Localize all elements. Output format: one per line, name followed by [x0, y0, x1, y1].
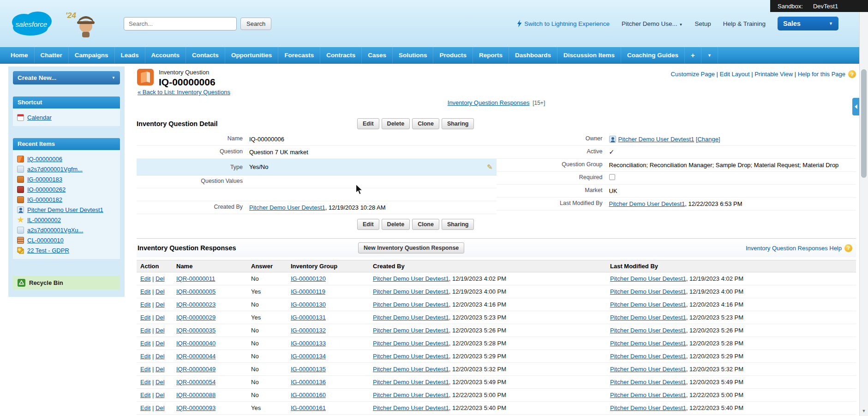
recent-item-link[interactable]: IG-00000182	[27, 196, 62, 203]
user-link[interactable]: Pitcher Demo User Devtest1	[373, 392, 449, 398]
user-link[interactable]: Pitcher Demo User Devtest1	[610, 340, 686, 347]
column-header-created-by[interactable]: Created By	[369, 260, 606, 272]
recent-item-link[interactable]: a2s7d000001Vgfm...	[27, 166, 83, 173]
tab-campaigns[interactable]: Campaigns	[69, 47, 115, 63]
user-link[interactable]: Pitcher Demo User Devtest1	[610, 379, 686, 386]
tab-cases[interactable]: Cases	[362, 47, 393, 63]
clone-button[interactable]: Clone	[412, 118, 439, 129]
create-new-button[interactable]: Create New... ▼	[13, 71, 120, 84]
page-help-icon[interactable]: ?	[848, 70, 856, 78]
search-input[interactable]	[124, 17, 237, 30]
user-link[interactable]: Pitcher Demo User Devtest1	[610, 404, 686, 411]
edit-button[interactable]: Edit	[357, 219, 379, 230]
user-link[interactable]: Pitcher Demo User Devtest1	[618, 136, 694, 143]
scroll-down-button[interactable]: ▼	[860, 409, 868, 413]
tab-dashboards[interactable]: Dashboards	[509, 47, 557, 63]
user-link[interactable]: Pitcher Demo User Devtest1	[373, 379, 449, 386]
row-edit-link[interactable]: Edit	[140, 353, 150, 360]
inline-edit-pencil-icon[interactable]: ✎	[487, 163, 493, 171]
row-del-link[interactable]: Del	[156, 353, 165, 360]
delete-button[interactable]: Delete	[382, 118, 410, 129]
collapse-right-panel-handle[interactable]	[852, 98, 859, 115]
inventory-group-link[interactable]: IG-00000131	[291, 314, 326, 321]
new-response-button[interactable]: New Inventory Question Response	[358, 242, 464, 253]
tab-coaching-guides[interactable]: Coaching Guides	[621, 47, 685, 63]
row-edit-link[interactable]: Edit	[140, 404, 150, 411]
inventory-group-link[interactable]: IG-00000161	[291, 404, 326, 411]
response-name-link[interactable]: IQR-00000005	[176, 288, 216, 295]
tab-chatter[interactable]: Chatter	[35, 47, 69, 63]
row-del-link[interactable]: Del	[156, 314, 165, 321]
tab-forecasts[interactable]: Forecasts	[278, 47, 320, 63]
row-edit-link[interactable]: Edit	[140, 379, 150, 386]
setup-link[interactable]: Setup	[694, 20, 711, 27]
response-name-link[interactable]: IQR-00000054	[176, 379, 216, 386]
recycle-bin[interactable]: Recycle Bin	[13, 276, 120, 289]
response-name-link[interactable]: IQR-00000088	[176, 392, 216, 398]
printable-view-link[interactable]: Printable View	[754, 71, 793, 78]
tab-solutions[interactable]: Solutions	[393, 47, 434, 63]
column-header-name[interactable]: Name	[173, 260, 247, 272]
user-link[interactable]: Pitcher Demo User Devtest1	[610, 366, 686, 373]
back-to-list-link[interactable]: « Back to List: Inventory Questions	[138, 89, 230, 96]
user-link[interactable]: Pitcher Demo User Devtest1	[373, 288, 449, 295]
related-list-help-icon[interactable]: ?	[844, 244, 852, 252]
row-del-link[interactable]: Del	[156, 366, 165, 373]
help-training-link[interactable]: Help & Training	[723, 20, 766, 27]
user-link[interactable]: Pitcher Demo User Devtest1	[249, 204, 325, 211]
row-edit-link[interactable]: Edit	[140, 327, 150, 334]
response-name-link[interactable]: IQR-00000029	[176, 314, 216, 321]
user-link[interactable]: Pitcher Demo User Devtest1	[373, 404, 449, 411]
recent-item-link[interactable]: IL-00000002	[27, 217, 61, 223]
user-menu[interactable]: Pitcher Demo Use... ▼	[622, 20, 682, 27]
user-link[interactable]: Pitcher Demo User Devtest1	[610, 288, 686, 295]
recent-item-link[interactable]: a2s7d000001VgXu...	[27, 227, 83, 234]
column-header-last-modified-by[interactable]: Last Modified By	[606, 260, 856, 272]
row-edit-link[interactable]: Edit	[140, 314, 150, 321]
row-edit-link[interactable]: Edit	[140, 275, 150, 282]
app-menu-button[interactable]: Sales ▼	[778, 17, 838, 30]
edit-button[interactable]: Edit	[357, 118, 379, 129]
column-header-answer[interactable]: Answer	[247, 260, 287, 272]
response-name-link[interactable]: IQR-00000093	[176, 404, 216, 411]
recent-item-link[interactable]: IO-000000262	[27, 186, 66, 193]
tab-overflow-icon[interactable]: ▼	[701, 47, 718, 63]
customize-page-link[interactable]: Customize Page	[671, 71, 715, 78]
recent-item-link[interactable]: IQ-00000006	[27, 156, 62, 163]
inventory-group-link[interactable]: IG-00000133	[291, 340, 326, 347]
user-link[interactable]: Pitcher Demo User Devtest1	[610, 353, 686, 360]
help-for-this-page-link[interactable]: Help for this Page	[798, 71, 845, 78]
inventory-group-link[interactable]: IG-00000136	[291, 379, 326, 386]
inventory-group-link[interactable]: IG-00000132	[291, 327, 326, 334]
tab-contracts[interactable]: Contracts	[320, 47, 362, 63]
edit-layout-link[interactable]: Edit Layout	[720, 71, 750, 78]
user-link[interactable]: Pitcher Demo User Devtest1	[373, 353, 449, 360]
recent-item-link[interactable]: IG-00000183	[27, 176, 62, 183]
inventory-group-link[interactable]: IG-00000160	[291, 392, 326, 398]
user-link[interactable]: Pitcher Demo User Devtest1	[373, 366, 449, 373]
inventory-group-link[interactable]: IG-00000130	[291, 301, 326, 308]
inventory-group-link[interactable]: IG-00000134	[291, 353, 326, 360]
switch-to-lightning-link[interactable]: Switch to Lightning Experience	[517, 20, 610, 27]
related-shortcut-link[interactable]: Inventory Question Responses	[448, 99, 530, 106]
add-tab-button[interactable]: +	[685, 47, 701, 63]
inventory-group-link[interactable]: IG-00000119	[291, 288, 325, 295]
row-del-link[interactable]: Del	[156, 301, 165, 308]
delete-button[interactable]: Delete	[382, 219, 410, 230]
user-link[interactable]: Pitcher Demo User Devtest1	[610, 301, 686, 308]
recent-item-link[interactable]: CL-00000010	[27, 237, 64, 244]
clone-button[interactable]: Clone	[412, 219, 439, 230]
recent-item-link[interactable]: Pitcher Demo User Devtest1	[27, 206, 103, 213]
user-link[interactable]: Pitcher Demo User Devtest1	[373, 327, 449, 334]
tab-reports[interactable]: Reports	[473, 47, 509, 63]
response-name-link[interactable]: IQR-00000044	[176, 353, 216, 360]
row-edit-link[interactable]: Edit	[140, 288, 150, 295]
tab-accounts[interactable]: Accounts	[145, 47, 186, 63]
row-del-link[interactable]: Del	[156, 379, 165, 386]
column-header-action[interactable]: Action	[137, 260, 173, 272]
row-del-link[interactable]: Del	[156, 340, 165, 347]
response-name-link[interactable]: IQR-00000040	[176, 340, 216, 347]
user-link[interactable]: Pitcher Demo User Devtest1	[610, 327, 686, 334]
sharing-button[interactable]: Sharing	[442, 219, 474, 230]
tab-opportunities[interactable]: Opportunities	[225, 47, 279, 63]
